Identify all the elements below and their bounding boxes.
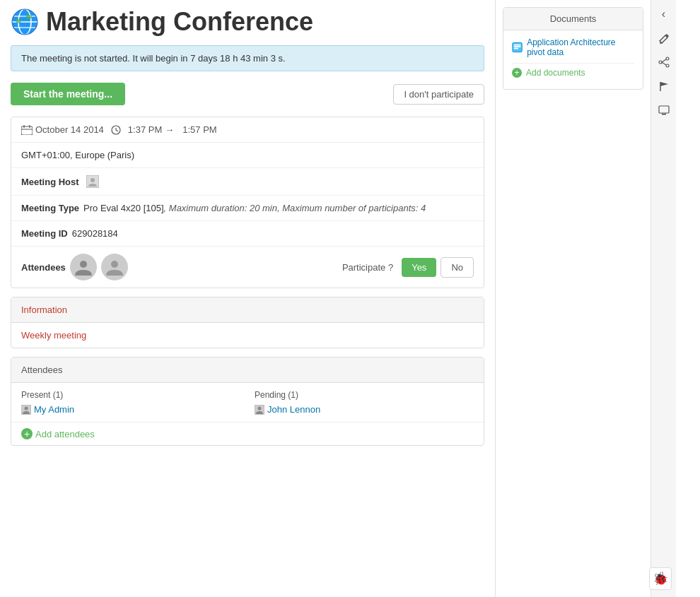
right-sidebar: Documents Application Architecture pivot… xyxy=(495,0,651,597)
information-header: Information xyxy=(11,297,484,323)
svg-rect-25 xyxy=(514,46,521,47)
meeting-type-value: Pro Eval 4x20 [105] xyxy=(83,203,163,213)
svg-rect-6 xyxy=(21,126,33,135)
present-label: Present (1) xyxy=(21,390,240,400)
meeting-id-value: 629028184 xyxy=(72,228,118,239)
screen-icon xyxy=(658,105,670,116)
pending-col: Pending (1) John Lennon xyxy=(255,390,474,415)
alert-box: The meeting is not started. It will begi… xyxy=(11,45,484,71)
documents-body: Application Architecture pivot data + Ad… xyxy=(503,30,643,89)
meeting-id-label: Meeting ID xyxy=(21,228,68,239)
arrow-icon: → xyxy=(165,124,174,135)
meeting-type-details: , Maximum duration: 20 min, Maximum numb… xyxy=(164,203,426,213)
present-attendee-name-1: My Admin xyxy=(34,404,74,415)
meeting-time-end: 1:57 PM xyxy=(182,124,216,135)
bug-icon: 🐞 xyxy=(653,571,668,586)
page-title-row: Marketing Conference xyxy=(11,7,484,37)
edit-icon xyxy=(658,32,670,44)
svg-point-30 xyxy=(659,61,662,64)
dont-participate-button[interactable]: I don't participate xyxy=(393,84,484,105)
meeting-date: October 14 2014 xyxy=(35,124,104,135)
add-documents-link[interactable]: + Add documents xyxy=(512,63,634,82)
svg-point-16 xyxy=(80,261,87,268)
alert-text: The meeting is not started. It will begi… xyxy=(21,53,286,64)
attendees-section-header: Attendees xyxy=(11,357,484,383)
svg-point-18 xyxy=(111,261,118,268)
svg-point-22 xyxy=(258,406,262,410)
globe-icon xyxy=(11,8,39,36)
svg-point-20 xyxy=(25,406,28,410)
bug-button[interactable]: 🐞 xyxy=(649,567,672,590)
avatar-2 xyxy=(101,254,128,280)
attendees-body: Present (1) My Admin Pending (1) xyxy=(11,383,484,422)
present-col: Present (1) My Admin xyxy=(21,390,240,415)
attendee-avatars xyxy=(70,254,128,280)
attendees-row: Attendees xyxy=(11,247,484,288)
information-section: Information Weekly meeting xyxy=(11,297,484,348)
attendees-section: Attendees Present (1) My Admin xyxy=(11,357,484,446)
edit-button[interactable] xyxy=(653,27,675,49)
svg-line-32 xyxy=(662,62,666,65)
pending-label: Pending (1) xyxy=(255,390,474,400)
svg-rect-24 xyxy=(514,45,521,46)
svg-rect-26 xyxy=(514,48,519,49)
meeting-id-row: Meeting ID 629028184 xyxy=(11,221,484,247)
meeting-host-label: Meeting Host xyxy=(21,177,79,187)
screen-button[interactable] xyxy=(653,99,675,122)
documents-panel: Documents Application Architecture pivot… xyxy=(503,7,643,90)
add-attendees-icon: + xyxy=(21,428,33,439)
share-icon xyxy=(658,57,670,68)
information-text: Weekly meeting xyxy=(21,330,86,341)
svg-line-12 xyxy=(116,130,118,131)
present-attendee-1[interactable]: My Admin xyxy=(21,404,240,415)
svg-rect-34 xyxy=(659,106,669,113)
meeting-host-row: Meeting Host xyxy=(11,168,484,196)
start-meeting-button[interactable]: Start the meeting... xyxy=(11,83,125,105)
timezone-text: GMT+01:00, Europe (Paris) xyxy=(21,150,134,160)
calendar-icon xyxy=(21,125,33,135)
host-avatar-icon xyxy=(86,175,99,188)
attendees-label: Attendees xyxy=(21,262,66,273)
svg-point-29 xyxy=(666,64,669,67)
page-title: Marketing Conference xyxy=(46,7,313,37)
collapse-icon: ‹ xyxy=(662,8,665,20)
timezone-row: GMT+01:00, Europe (Paris) xyxy=(11,143,484,168)
doc-name-1: Application Architecture pivot data xyxy=(527,37,634,57)
doc-icon-1 xyxy=(512,41,523,54)
collapse-button[interactable]: ‹ xyxy=(653,3,675,25)
participate-label: Participate ? xyxy=(342,262,393,273)
attendees-cols: Present (1) My Admin Pending (1) xyxy=(21,390,474,415)
documents-header: Documents xyxy=(503,8,643,30)
doc-item-1[interactable]: Application Architecture pivot data xyxy=(512,37,634,57)
action-row: Start the meeting... I don't participate xyxy=(11,83,484,105)
participate-row: Participate ? Yes No xyxy=(342,257,474,278)
far-right-toolbar: ‹ xyxy=(651,0,676,597)
information-body: Weekly meeting xyxy=(11,323,484,348)
no-button[interactable]: No xyxy=(441,257,474,278)
pending-attendee-name-1: John Lennon xyxy=(267,404,320,415)
meeting-info-card: October 14 2014 1:37 PM → 1:57 PM GMT+01… xyxy=(11,117,484,288)
add-documents-icon: + xyxy=(512,68,522,78)
add-attendees-link[interactable]: + Add attendees xyxy=(11,422,484,445)
add-documents-label: Add documents xyxy=(526,68,585,78)
attendee-icon-2 xyxy=(255,405,264,415)
clock-icon xyxy=(111,125,121,135)
meeting-type-label: Meeting Type xyxy=(21,203,79,213)
svg-line-31 xyxy=(662,59,666,62)
flag-button[interactable] xyxy=(653,75,675,97)
meeting-time-start: 1:37 PM xyxy=(128,124,162,135)
svg-point-14 xyxy=(91,178,95,182)
flag-icon xyxy=(658,81,670,92)
pending-attendee-1[interactable]: John Lennon xyxy=(255,404,474,415)
avatar-1 xyxy=(70,254,97,280)
yes-button[interactable]: Yes xyxy=(402,258,436,277)
share-button[interactable] xyxy=(653,51,675,73)
svg-point-28 xyxy=(666,57,669,60)
add-attendees-label: Add attendees xyxy=(35,429,95,439)
meeting-type-row: Meeting Type Pro Eval 4x20 [105] , Maxim… xyxy=(11,196,484,221)
date-time-row: October 14 2014 1:37 PM → 1:57 PM xyxy=(11,117,484,143)
attendee-icon-1 xyxy=(21,405,31,415)
